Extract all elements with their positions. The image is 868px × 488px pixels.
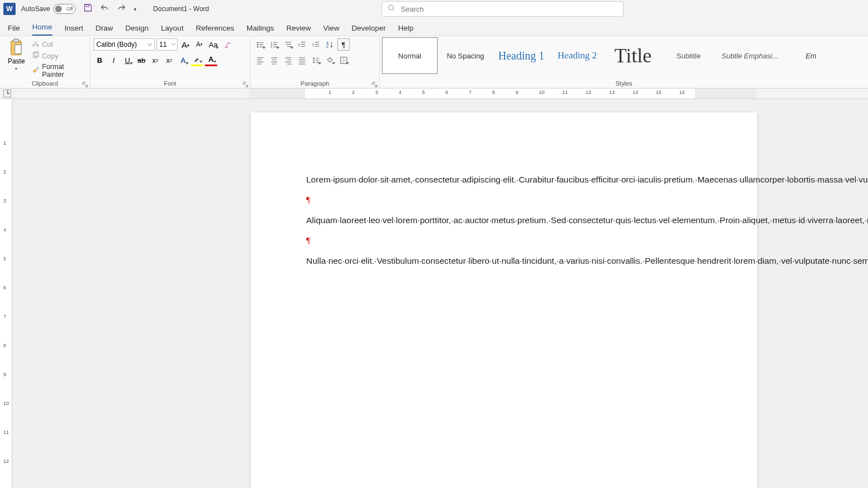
vruler-mark: 3 [3,198,6,204]
vruler-mark: 9 [3,372,6,377]
paragraph[interactable]: Nulla·nec·orci·elit.·Vestibulum·consecte… [306,255,702,267]
svg-text:3: 3 [270,46,272,48]
borders-icon[interactable] [337,54,350,66]
align-left-icon[interactable] [254,54,266,66]
vruler-mark: 10 [3,401,9,406]
document-canvas[interactable]: Lorem·ipsum·dolor·sit·amet,·consectetur·… [12,99,868,488]
vruler-mark: 2 [3,169,6,175]
strikethrough-icon[interactable]: ab [135,54,148,66]
align-center-icon[interactable] [268,54,280,66]
font-color-icon[interactable]: A [205,54,217,66]
pilcrow-icon: ¶ [306,195,310,204]
font-name-input[interactable] [94,38,155,51]
style-heading2[interactable]: Heading 2 [550,37,605,74]
sort-icon[interactable]: AZ [323,38,336,51]
tab-developer[interactable]: Developer [352,24,386,36]
font-group-label: Font [94,79,247,88]
svg-point-1 [389,5,394,10]
vruler-mark: 7 [3,314,6,319]
style-subtleemph[interactable]: Subtle Emphasi... [717,37,783,74]
italic-icon[interactable]: I [107,54,120,66]
tab-help[interactable]: Help [398,24,414,36]
ruler-mark: 1 [328,90,331,95]
subscript-icon[interactable]: x2 [149,54,161,66]
copy-button[interactable]: Copy [32,51,87,61]
shrink-font-icon[interactable]: A▾ [193,38,205,51]
tab-view[interactable]: View [323,24,339,36]
ruler-mark: 16 [679,90,685,95]
paragraph[interactable]: Aliquam·laoreet·leo·vel·lorem·porttitor,… [306,214,702,226]
tab-selector[interactable]: ┗ [3,90,11,97]
paintbrush-icon [32,66,40,76]
redo-icon[interactable] [117,3,126,14]
paragraph[interactable]: Lorem·ipsum·dolor·sit·amet,·consectetur·… [306,174,702,186]
underline-icon[interactable]: U [121,54,134,66]
style-subtitle[interactable]: Subtitle [661,37,717,74]
style-normal[interactable]: Normal [382,37,438,74]
multilevel-list-icon[interactable] [282,38,294,51]
ruler-mark: 14 [632,90,638,95]
cut-button[interactable]: Cut [32,40,87,49]
style-title[interactable]: Title [605,37,661,74]
bold-icon[interactable]: B [94,54,106,66]
clear-formatting-icon[interactable] [221,38,233,51]
change-case-icon[interactable]: Aa [207,38,219,51]
numbering-icon[interactable]: 123 [268,38,280,51]
vertical-ruler[interactable]: 123456789101112 [0,99,12,488]
copy-icon [32,51,40,61]
ruler-mark: 6 [445,90,448,95]
tab-file[interactable]: File [8,24,20,36]
style-emph[interactable]: Em [783,37,839,74]
search-box[interactable] [381,1,624,17]
tab-review[interactable]: Review [286,24,311,36]
autosave-toggle[interactable]: Off [53,4,76,14]
paragraph-launcher-icon[interactable] [371,80,378,87]
show-hide-icon[interactable]: ¶ [337,38,350,51]
tab-design[interactable]: Design [125,24,149,36]
autosave-state: Off [66,6,73,12]
tab-references[interactable]: References [196,24,234,36]
ruler-mark: 7 [469,90,472,95]
ribbon: Paste ▾ Cut Copy Format Painter Clipboar… [0,36,868,88]
autosave-label: AutoSave [21,5,50,13]
ruler-mark: 2 [352,90,355,95]
ruler-mark: 4 [399,90,401,95]
increase-indent-icon[interactable] [310,38,322,51]
shading-icon[interactable] [323,54,336,66]
paragraph[interactable]: ¶ [306,194,702,206]
style-nospacing[interactable]: No Spacing [438,37,493,74]
decrease-indent-icon[interactable] [296,38,308,51]
format-painter-button[interactable]: Format Painter [32,63,87,78]
align-right-icon[interactable] [282,54,294,66]
line-spacing-icon[interactable] [310,54,322,66]
font-size-input[interactable] [156,38,178,51]
grow-font-icon[interactable]: A▴ [179,38,192,51]
vruler-mark: 1 [3,140,6,146]
paragraph[interactable]: ¶ [306,234,702,247]
tab-home[interactable]: Home [32,23,52,36]
highlight-icon[interactable] [191,54,203,66]
tab-layout[interactable]: Layout [161,24,184,36]
text-effects-icon[interactable]: A [177,54,189,66]
tab-draw[interactable]: Draw [96,24,114,36]
tab-insert[interactable]: Insert [65,24,84,36]
paste-button[interactable]: Paste ▾ [3,38,30,71]
tab-mailings[interactable]: Mailings [247,24,274,36]
group-font: A▴ A▾ Aa B I U ab x2 x2 A A Font [90,36,251,88]
save-icon[interactable] [84,3,92,14]
ruler-mark: 9 [516,90,518,95]
font-launcher-icon[interactable] [242,80,249,87]
ruler-mark: 5 [422,90,425,95]
undo-icon[interactable] [100,3,109,14]
page[interactable]: Lorem·ipsum·dolor·sit·amet,·consectetur·… [251,112,757,488]
style-heading1[interactable]: Heading 1 [493,37,550,74]
qat-more-icon[interactable]: ▾ [134,6,136,12]
horizontal-ruler[interactable]: 12345678910111213141516 [249,88,756,98]
justify-icon[interactable] [296,54,308,66]
clipboard-launcher-icon[interactable] [82,80,89,87]
style-gallery: NormalNo SpacingHeading 1Heading 2TitleS… [382,37,839,74]
superscript-icon[interactable]: x2 [163,54,175,66]
search-input[interactable] [401,5,617,13]
bullets-icon[interactable] [254,38,266,51]
ruler-mark: 12 [586,90,591,95]
